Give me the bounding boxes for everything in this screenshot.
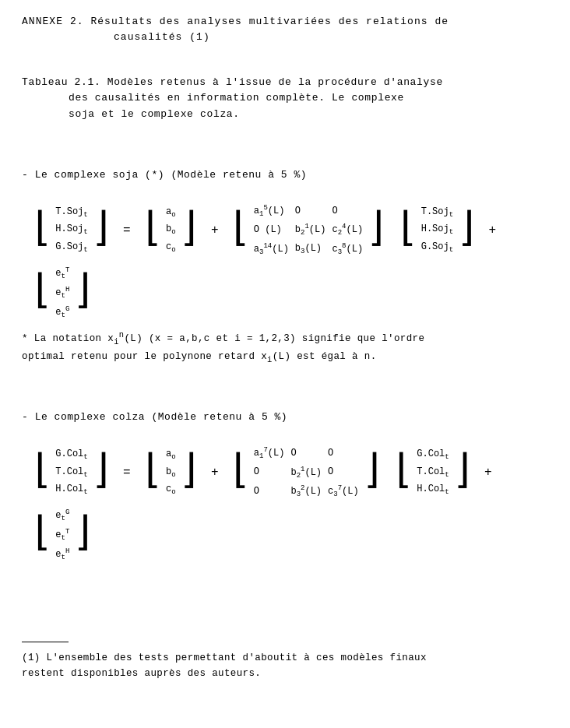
left-bracket-c3: ⌊	[227, 452, 252, 493]
colza-rhs-bracket: ⌊ G.Colt T.Colt H.Colt ⌋	[389, 445, 477, 500]
plus-sign-1: +	[211, 223, 219, 237]
rhs-tsoj: T.Sojt	[421, 205, 453, 221]
rhs-hcol: H.Colt	[417, 482, 449, 498]
cell-cbo: bo	[166, 465, 176, 481]
right-bracket-4: ⌋	[456, 210, 480, 251]
lag-a3: a314(L)	[254, 241, 289, 258]
tableau-line3: soja et le complexe colza.	[69, 107, 548, 122]
left-bracket: ⌊	[29, 210, 53, 251]
cell-ao: ao	[166, 205, 176, 221]
rhs-tcol: T.Colt	[417, 465, 449, 481]
cell-cao: ao	[166, 447, 176, 463]
tableau-block: Tableau 2.1. Modèles retenus à l'issue d…	[22, 75, 548, 121]
lag-b3: b3(L)	[295, 241, 322, 258]
equals-sign: =	[123, 223, 131, 237]
cell-bo: bo	[166, 222, 176, 238]
clag-b2: b21(L)	[290, 464, 322, 482]
left-bracket-5: ⌊	[29, 273, 53, 313]
clag-0-r1c3: O	[328, 446, 333, 461]
title-block: ANNEXE 2. Résultats des analyses multiva…	[22, 14, 548, 45]
err-eh: etH	[55, 284, 69, 302]
clag-b3: b32(L)	[290, 483, 322, 501]
left-bracket-c4: ⌊	[390, 452, 414, 493]
footnote-star-line2: optimal retenu pour le polynone retard x…	[22, 349, 548, 366]
cell-tsoj: T.Sojt	[55, 205, 87, 221]
soja-lag-matrix: a15(L) O O O (L) b21(L) c24(L) a314(L) b…	[252, 201, 364, 260]
page-container: ANNEXE 2. Résultats des analyses multiva…	[22, 14, 548, 681]
tableau-line2: des causalités en information complète. …	[69, 90, 548, 106]
footnote-line1: (1) L'ensemble des tests permettant d'ab…	[22, 650, 548, 666]
lag-0-r1c2: O	[295, 204, 301, 219]
right-bracket-3: ⌋	[365, 210, 389, 251]
equals-sign-c: =	[123, 466, 131, 480]
err-eg: etG	[55, 304, 69, 322]
cell-hsoj: H.Sojt	[55, 222, 87, 238]
footnote-line2: restent disponibles auprès des auteurs.	[22, 666, 548, 681]
lag-c2: c24(L)	[332, 221, 363, 239]
right-bracket-c1: ⌋	[90, 452, 114, 493]
soja-rhs-bracket: ⌊ T.Sojt H.Sojt G.Sojt ⌋	[393, 203, 480, 258]
colza-rhs-matrix: G.Colt T.Colt H.Colt	[415, 445, 450, 500]
clag-0-r3c1: O	[254, 484, 259, 499]
clag-c3: c37(L)	[328, 483, 359, 501]
err-et: etT	[55, 265, 69, 283]
left-bracket-c5: ⌊	[29, 515, 53, 555]
colza-lag-bracket: ⌊ a17(L) O O O b21(L) O O b32(L) c37(L) …	[227, 443, 387, 502]
soja-rhs-matrix: T.Sojt H.Sojt G.Sojt	[420, 203, 455, 258]
left-bracket-c2: ⌊	[139, 452, 164, 493]
right-bracket-c3: ⌋	[361, 452, 385, 493]
left-bracket-4: ⌊	[394, 210, 418, 251]
lag-a1: a15(L)	[254, 202, 285, 220]
rhs-gsoj: G.Sojt	[421, 240, 453, 256]
section-colza-label: - Le complexe colza (Modèle retenu à 5 %…	[22, 411, 548, 423]
clag-a1: a17(L)	[254, 445, 285, 462]
left-bracket-c1: ⌊	[29, 452, 53, 493]
soja-lag-bracket: ⌊ a15(L) O O O (L) b21(L) c24(L) a314(L)…	[227, 201, 391, 260]
footnote-star-block: * La notation xin(L) (x = a,b,c et i = 1…	[22, 329, 548, 366]
cell-co: co	[166, 240, 176, 256]
cell-cco: co	[166, 482, 176, 498]
rhs-hsoj: H.Sojt	[421, 222, 453, 238]
colza-error-bracket: ⌊ etG etT etH ⌋	[28, 505, 97, 564]
clag-0-r2c1: O	[254, 465, 259, 480]
soja-const-bracket: ⌊ ao bo co ⌋	[139, 203, 203, 258]
lag-b2: b21(L)	[295, 221, 326, 239]
clag-0-r2c3: O	[328, 465, 333, 480]
right-bracket-c4: ⌋	[452, 452, 476, 493]
tableau-line1: Tableau 2.1. Modèles retenus à l'issue d…	[22, 75, 548, 90]
colza-equation: ⌊ G.Colt T.Colt H.Colt ⌋ = ⌊ ao bo co ⌋ …	[28, 443, 548, 565]
colza-const-matrix: ao bo co	[164, 445, 178, 500]
cell-tcol: T.Colt	[55, 465, 87, 481]
colza-lhs-matrix: G.Colt T.Colt H.Colt	[54, 445, 89, 500]
lag-0-r2c1: O (L)	[254, 223, 282, 237]
soja-lhs-matrix: T.Sojt H.Sojt G.Sojt	[54, 203, 89, 258]
footnote-star-line1: * La notation xin(L) (x = a,b,c et i = 1…	[22, 329, 548, 348]
title-line1: ANNEXE 2. Résultats des analyses multiva…	[22, 14, 548, 30]
soja-const-matrix: ao bo co	[164, 203, 178, 258]
soja-error-matrix: etT etH etG	[54, 263, 71, 322]
colza-lhs-bracket: ⌊ G.Colt T.Colt H.Colt ⌋	[28, 445, 115, 500]
cell-gsoj: G.Sojt	[55, 240, 87, 256]
right-bracket-5: ⌋	[72, 273, 96, 313]
soja-equation: ⌊ T.Sojt H.Sojt G.Sojt ⌋ = ⌊ ao bo co ⌋ …	[28, 201, 548, 323]
cell-hcol: H.Colt	[55, 482, 87, 498]
plus-sign-c2: +	[484, 466, 492, 480]
right-bracket-2: ⌋	[178, 210, 202, 251]
left-bracket-3: ⌊	[227, 210, 252, 251]
footnote-divider	[22, 642, 69, 642]
title-line2: causalités (1)	[114, 30, 548, 45]
cerr-eh: etH	[55, 546, 69, 564]
colza-error-matrix: etG etT etH	[54, 505, 71, 564]
cell-gcol: G.Colt	[55, 447, 87, 463]
colza-const-bracket: ⌊ ao bo co ⌋	[139, 445, 203, 500]
right-bracket-c5: ⌋	[72, 515, 96, 555]
soja-lhs-bracket: ⌊ T.Sojt H.Sojt G.Sojt ⌋	[28, 203, 115, 258]
clag-0-r1c2: O	[290, 446, 296, 461]
lag-c3: c38(L)	[332, 241, 363, 258]
left-bracket-2: ⌊	[139, 210, 164, 251]
soja-error-bracket: ⌊ etT etH etG ⌋	[28, 263, 97, 322]
cerr-eg: etG	[55, 507, 69, 525]
plus-sign-2: +	[488, 223, 496, 237]
cerr-et: etT	[55, 526, 69, 544]
right-bracket-c2: ⌋	[178, 452, 202, 493]
